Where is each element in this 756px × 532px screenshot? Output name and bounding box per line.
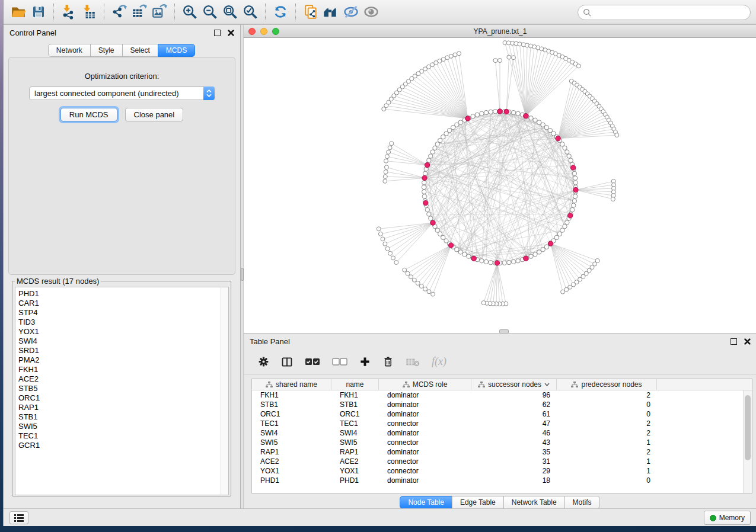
- result-list-item[interactable]: FKH1: [18, 365, 221, 374]
- tab-network-table[interactable]: Network Table: [503, 496, 565, 509]
- save-session-icon[interactable]: [28, 2, 49, 22]
- cell: 62: [471, 400, 557, 409]
- network-canvas[interactable]: [244, 38, 756, 333]
- cell: 2: [557, 390, 657, 400]
- table-scrollbar[interactable]: [743, 390, 752, 493]
- result-list-item[interactable]: TEC1: [18, 431, 221, 441]
- result-list-item[interactable]: SWI5: [18, 422, 221, 431]
- result-list-item[interactable]: PHD1: [18, 289, 221, 299]
- criterion-select[interactable]: largest connected component (undirected): [29, 86, 215, 100]
- run-mcds-button[interactable]: Run MCDS: [60, 108, 117, 121]
- export-network-icon[interactable]: [109, 2, 129, 22]
- zoom-out-icon[interactable]: [200, 2, 220, 22]
- tab-mcds[interactable]: MCDS: [158, 44, 195, 57]
- deselect-all-icon[interactable]: [332, 358, 347, 366]
- column-header-shared-name[interactable]: shared name: [252, 379, 331, 390]
- tab-edge-table[interactable]: Edge Table: [452, 496, 504, 509]
- function-builder-icon[interactable]: f(x): [432, 355, 446, 368]
- tab-style[interactable]: Style: [90, 44, 123, 57]
- import-table-icon[interactable]: [79, 2, 99, 22]
- table-row[interactable]: TEC1TEC1connector472: [252, 419, 743, 428]
- cell: 0: [557, 400, 657, 409]
- tab-motifs[interactable]: Motifs: [564, 496, 600, 509]
- cell: dominator: [379, 428, 471, 438]
- table-row[interactable]: RAP1RAP1dominator352: [252, 447, 743, 457]
- add-column-icon[interactable]: [359, 356, 371, 367]
- memory-status-icon: [710, 515, 716, 521]
- show-detail-icon[interactable]: [361, 2, 381, 22]
- tab-select[interactable]: Select: [122, 44, 158, 57]
- float-table-panel-icon[interactable]: [731, 338, 737, 345]
- table-row[interactable]: STB1STB1dominator620: [252, 400, 743, 409]
- table-row[interactable]: ACE2ACE2connector311: [252, 457, 743, 466]
- memory-button[interactable]: Memory: [704, 511, 751, 525]
- close-table-panel-icon[interactable]: [744, 338, 751, 345]
- mcds-result-title: MCDS result (17 nodes): [15, 277, 101, 286]
- zoom-in-icon[interactable]: [180, 2, 200, 22]
- cell: YOX1: [331, 466, 379, 476]
- network-titlebar[interactable]: YPA_prune.txt_1: [244, 25, 756, 38]
- result-list-item[interactable]: ACE2: [18, 374, 221, 384]
- column-header-predecessor-nodes[interactable]: predecessor nodes: [557, 379, 657, 390]
- hide-detail-icon[interactable]: [341, 2, 361, 22]
- export-table-icon[interactable]: [129, 2, 149, 22]
- result-list-item[interactable]: GCR1: [18, 441, 221, 450]
- scrollbar-thumb[interactable]: [745, 395, 751, 460]
- horizontal-splitter-grip[interactable]: [499, 329, 509, 334]
- cell: ACE2: [331, 457, 379, 466]
- result-list-item[interactable]: SRD1: [18, 346, 221, 355]
- export-image-icon[interactable]: [149, 2, 170, 22]
- columns-icon[interactable]: [281, 356, 293, 368]
- mcds-result-group: MCDS result (17 nodes) PHD1CAR1STP4TID3Y…: [12, 277, 231, 496]
- result-list-item[interactable]: STB5: [18, 384, 221, 393]
- table-row[interactable]: FKH1FKH1dominator962: [252, 390, 743, 400]
- result-list-item[interactable]: SWI4: [18, 336, 221, 346]
- cell: SWI4: [252, 428, 331, 438]
- table-row[interactable]: YOX1YOX1connector291: [252, 466, 743, 476]
- close-panel-button[interactable]: Close panel: [125, 108, 184, 121]
- result-list-item[interactable]: RAP1: [18, 403, 221, 412]
- list-scrollbar[interactable]: [221, 287, 228, 495]
- refresh-icon[interactable]: [270, 2, 291, 22]
- delete-column-icon[interactable]: [382, 356, 394, 367]
- cell: RAP1: [331, 447, 379, 457]
- close-panel-icon[interactable]: [228, 30, 234, 36]
- zoom-selected-icon[interactable]: [240, 2, 260, 22]
- result-list-item[interactable]: PMA2: [18, 355, 221, 365]
- tab-node-table[interactable]: Node Table: [400, 496, 452, 509]
- column-header-MCDS-role[interactable]: MCDS role: [379, 379, 471, 390]
- mcds-result-list[interactable]: PHD1CAR1STP4TID3YOX1SWI4SRD1PMA2FKH1ACE2…: [15, 287, 229, 495]
- delete-table-icon[interactable]: [406, 357, 420, 367]
- column-header-name[interactable]: name: [331, 379, 379, 390]
- select-all-icon[interactable]: [305, 358, 320, 366]
- result-list-item[interactable]: TID3: [18, 318, 221, 327]
- tab-network[interactable]: Network: [48, 44, 91, 57]
- table-row[interactable]: SWI5SWI5connector431: [252, 438, 743, 447]
- gear-icon[interactable]: [258, 356, 269, 367]
- open-file-icon[interactable]: [8, 2, 28, 22]
- network-window: YPA_prune.txt_1: [244, 25, 756, 333]
- result-list-item[interactable]: STP4: [18, 308, 221, 318]
- float-panel-icon[interactable]: [214, 30, 221, 36]
- cell: 47: [471, 419, 557, 428]
- table-row[interactable]: ORC1ORC1dominator610: [252, 409, 743, 419]
- column-header-successor-nodes[interactable]: successor nodes: [471, 379, 557, 390]
- result-list-item[interactable]: YOX1: [18, 327, 221, 336]
- task-history-button[interactable]: [9, 511, 28, 524]
- table-row[interactable]: SWI4SWI4dominator462: [252, 428, 743, 438]
- search-icon: [583, 8, 592, 17]
- table-row[interactable]: PHD1PHD1dominator180: [252, 476, 743, 485]
- result-list-item[interactable]: CAR1: [18, 299, 221, 308]
- control-panel: Control Panel NetworkStyleSelectMCDS Opt…: [4, 25, 240, 508]
- search-input[interactable]: [592, 8, 750, 17]
- result-list-item[interactable]: STB1: [18, 412, 221, 422]
- status-bar: Memory: [4, 508, 756, 526]
- cell: 0: [557, 409, 657, 419]
- toolbar-separator: [53, 4, 54, 20]
- search-box[interactable]: [578, 5, 751, 20]
- share-document-icon[interactable]: [301, 2, 321, 22]
- browse-icon[interactable]: [321, 2, 341, 22]
- result-list-item[interactable]: ORC1: [18, 393, 221, 403]
- zoom-fit-icon[interactable]: [220, 2, 240, 22]
- import-network-icon[interactable]: [59, 2, 79, 22]
